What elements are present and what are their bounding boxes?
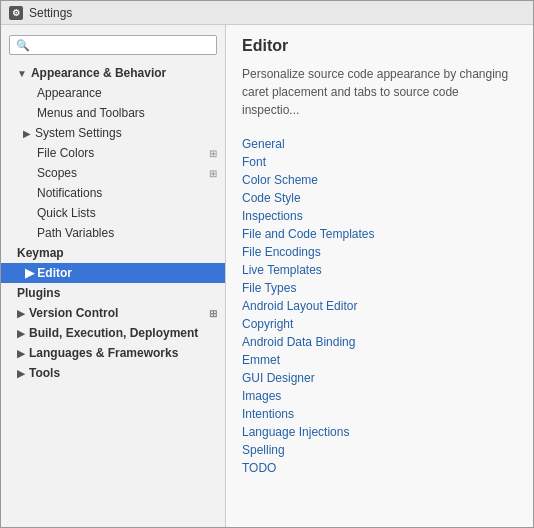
editor-link-file-and-code-templates[interactable]: File and Code Templates xyxy=(242,225,517,243)
editor-link-images[interactable]: Images xyxy=(242,387,517,405)
editor-link-emmet[interactable]: Emmet xyxy=(242,351,517,369)
editor-link-color-scheme[interactable]: Color Scheme xyxy=(242,171,517,189)
editor-link-spelling[interactable]: Spelling xyxy=(242,441,517,459)
scopes-label: Scopes xyxy=(37,166,77,180)
sidebar-item-editor[interactable]: ▶ Editor xyxy=(1,263,225,283)
keymap-label: Keymap xyxy=(17,246,64,260)
notifications-label: Notifications xyxy=(37,186,102,200)
sidebar-item-keymap[interactable]: Keymap xyxy=(1,243,225,263)
sidebar-item-languages[interactable]: ▶ Languages & Frameworks xyxy=(1,343,225,363)
sidebar-item-appearance[interactable]: Appearance xyxy=(1,83,225,103)
editor-link-file-encodings[interactable]: File Encodings xyxy=(242,243,517,261)
sidebar-item-build[interactable]: ▶ Build, Execution, Deployment xyxy=(1,323,225,343)
chevron-right-icon-tools: ▶ xyxy=(17,368,25,379)
main-title: Editor xyxy=(242,37,517,55)
path-variables-label: Path Variables xyxy=(37,226,114,240)
sidebar-item-notifications[interactable]: Notifications xyxy=(1,183,225,203)
sidebar-item-quick-lists[interactable]: Quick Lists xyxy=(1,203,225,223)
chevron-right-icon-build: ▶ xyxy=(17,328,25,339)
settings-window: ⚙ Settings 🔍 ▼ Appearance & Behavior App… xyxy=(0,0,534,528)
editor-label: ▶ Editor xyxy=(25,266,72,280)
sidebar-item-appearance-behavior[interactable]: ▼ Appearance & Behavior xyxy=(1,63,225,83)
settings-icon: ⚙ xyxy=(9,6,23,20)
search-icon: 🔍 xyxy=(16,39,30,52)
chevron-down-icon: ▼ xyxy=(17,68,27,79)
plugins-label: Plugins xyxy=(17,286,60,300)
tools-label: Tools xyxy=(29,366,60,380)
quick-lists-label: Quick Lists xyxy=(37,206,96,220)
editor-link-font[interactable]: Font xyxy=(242,153,517,171)
editor-link-general[interactable]: General xyxy=(242,135,517,153)
editor-link-language-injections[interactable]: Language Injections xyxy=(242,423,517,441)
window-title: Settings xyxy=(29,6,72,20)
editor-link-android-layout-editor[interactable]: Android Layout Editor xyxy=(242,297,517,315)
editor-link-live-templates[interactable]: Live Templates xyxy=(242,261,517,279)
sidebar-item-system-settings[interactable]: ▶ System Settings xyxy=(1,123,225,143)
main-description: Personalize source code appearance by ch… xyxy=(242,65,517,119)
appearance-behavior-label: Appearance & Behavior xyxy=(31,66,166,80)
sidebar-item-tools[interactable]: ▶ Tools xyxy=(1,363,225,383)
chevron-right-icon-vc: ▶ xyxy=(17,308,25,319)
copy-icon-2: ⊞ xyxy=(209,168,217,179)
sidebar-item-version-control[interactable]: ▶ Version Control ⊞ xyxy=(1,303,225,323)
editor-link-gui-designer[interactable]: GUI Designer xyxy=(242,369,517,387)
chevron-right-icon-lang: ▶ xyxy=(17,348,25,359)
editor-link-inspections[interactable]: Inspections xyxy=(242,207,517,225)
editor-link-android-data-binding[interactable]: Android Data Binding xyxy=(242,333,517,351)
link-list: GeneralFontColor SchemeCode StyleInspect… xyxy=(242,135,517,477)
editor-link-todo[interactable]: TODO xyxy=(242,459,517,477)
version-control-label: Version Control xyxy=(29,306,118,320)
sidebar-item-menus-toolbars[interactable]: Menus and Toolbars xyxy=(1,103,225,123)
editor-link-copyright[interactable]: Copyright xyxy=(242,315,517,333)
sidebar-item-scopes[interactable]: Scopes ⊞ xyxy=(1,163,225,183)
copy-icon: ⊞ xyxy=(209,148,217,159)
search-input[interactable] xyxy=(34,38,210,52)
sidebar-item-file-colors[interactable]: File Colors ⊞ xyxy=(1,143,225,163)
build-label: Build, Execution, Deployment xyxy=(29,326,198,340)
search-box[interactable]: 🔍 xyxy=(9,35,217,55)
copy-icon-vc: ⊞ xyxy=(209,308,217,319)
file-colors-label: File Colors xyxy=(37,146,94,160)
sidebar: 🔍 ▼ Appearance & Behavior Appearance Men… xyxy=(1,25,226,527)
chevron-right-icon: ▶ xyxy=(23,128,31,139)
content-area: 🔍 ▼ Appearance & Behavior Appearance Men… xyxy=(1,25,533,527)
main-panel: Editor Personalize source code appearanc… xyxy=(226,25,533,527)
appearance-label: Appearance xyxy=(37,86,102,100)
sidebar-item-path-variables[interactable]: Path Variables xyxy=(1,223,225,243)
editor-link-file-types[interactable]: File Types xyxy=(242,279,517,297)
system-settings-label: System Settings xyxy=(35,126,122,140)
editor-link-intentions[interactable]: Intentions xyxy=(242,405,517,423)
menus-toolbars-label: Menus and Toolbars xyxy=(37,106,145,120)
sidebar-item-plugins[interactable]: Plugins xyxy=(1,283,225,303)
languages-label: Languages & Frameworks xyxy=(29,346,178,360)
editor-link-code-style[interactable]: Code Style xyxy=(242,189,517,207)
title-bar: ⚙ Settings xyxy=(1,1,533,25)
